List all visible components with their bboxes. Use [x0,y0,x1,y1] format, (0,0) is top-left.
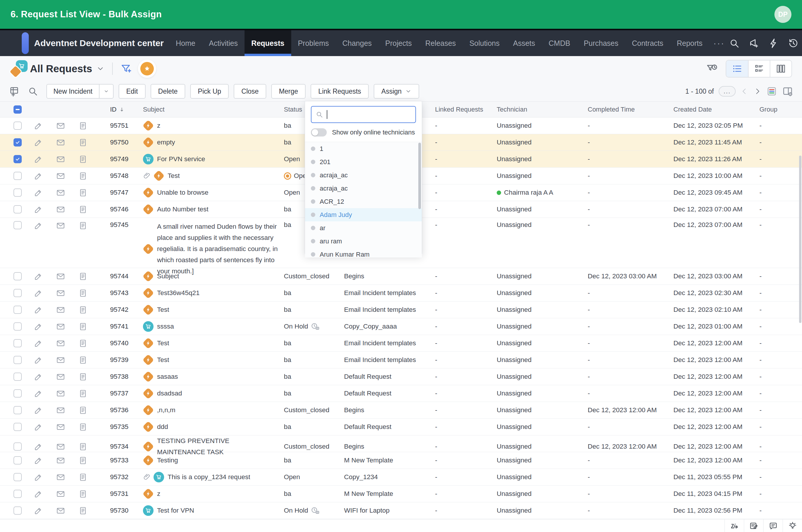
nav-tab-reports[interactable]: Reports [670,30,709,56]
reply-email-icon[interactable] [56,422,65,432]
delete-button[interactable]: Delete [151,84,185,99]
technician-option[interactable]: ar [305,221,422,234]
technician-option[interactable]: Adam Judy [305,208,422,221]
edit-request-icon[interactable] [34,171,43,180]
request-notes-icon[interactable] [78,188,88,197]
edit-request-icon[interactable] [34,138,43,147]
row-checkbox[interactable] [14,322,22,330]
edit-request-icon[interactable] [34,339,43,348]
reply-email-icon[interactable] [56,171,65,180]
request-notes-icon[interactable] [78,456,88,465]
nav-tab-activities[interactable]: Activities [202,30,245,56]
favorite-view-badge[interactable] [138,60,156,78]
row-checkbox[interactable] [14,339,22,347]
page-scrollbar-thumb[interactable] [799,156,801,323]
new-incident-button[interactable]: New Incident [46,84,114,99]
nav-tab-projects[interactable]: Projects [378,30,418,56]
request-notes-icon[interactable] [78,339,88,348]
request-notes-icon[interactable] [78,506,88,515]
technician-option[interactable]: aru ram [305,234,422,248]
column-header-id[interactable]: ID [99,106,143,113]
request-subject-link[interactable]: ,n,n,m [157,404,175,416]
request-subject-link[interactable]: Test36w45q21 [157,287,199,299]
technician-option[interactable]: ACR_12 [305,195,422,208]
reply-email-icon[interactable] [56,356,65,365]
next-page-icon[interactable] [753,87,762,95]
request-subject-link[interactable]: empty [157,137,175,148]
select-all-checkbox[interactable] [14,106,22,114]
scheduled-filter-icon[interactable] [706,62,718,75]
previous-page-icon[interactable] [740,87,749,95]
column-header-completed[interactable]: Completed Time [588,106,673,113]
edit-request-icon[interactable] [34,422,43,432]
request-subject-link[interactable]: ssssa [157,321,174,332]
row-checkbox[interactable] [14,189,22,197]
technician-option[interactable]: Arun Kumar Ram [305,248,422,258]
merge-button[interactable]: Merge [271,84,306,99]
reply-email-icon[interactable] [56,322,65,331]
request-subject-link[interactable]: TESTING PREVENTIVE MAINTENANCE TASK [157,435,279,458]
reply-email-icon[interactable] [56,389,65,398]
view-selector-chevron-icon[interactable] [96,64,104,73]
request-subject-link[interactable]: sasaas [157,371,178,382]
request-notes-icon[interactable] [78,490,88,498]
nav-tab-solutions[interactable]: Solutions [463,30,507,56]
reply-email-icon[interactable] [56,155,65,164]
sort-descending-icon[interactable] [119,107,125,112]
row-checkbox[interactable] [14,272,22,280]
request-subject-link[interactable]: This is a copy_1234 request [168,472,250,483]
request-subject-link[interactable]: dsadsad [157,388,182,399]
nav-tab-home[interactable]: Home [169,30,202,56]
online-technicians-toggle[interactable] [311,128,327,136]
edit-request-icon[interactable] [34,356,43,365]
request-subject-link[interactable]: Testing [157,455,178,466]
list-search-icon[interactable] [27,86,38,97]
list-view-toggle[interactable] [726,60,748,77]
row-checkbox[interactable] [14,172,22,180]
column-settings-icon[interactable] [782,86,793,97]
row-checkbox[interactable] [14,507,22,515]
technician-option[interactable]: acraja_ac [305,169,422,182]
reply-email-icon[interactable] [56,188,65,197]
request-notes-icon[interactable] [78,272,88,281]
nav-tab-releases[interactable]: Releases [419,30,463,56]
reply-email-icon[interactable] [56,272,65,281]
nav-tab-problems[interactable]: Problems [291,30,336,56]
column-view-toggle[interactable] [770,60,791,77]
announcements-icon[interactable] [749,38,760,49]
row-checkbox[interactable] [14,442,22,451]
dropdown-scrollbar-thumb[interactable] [418,143,421,209]
row-checkbox[interactable] [14,423,22,431]
request-notes-icon[interactable] [78,171,88,180]
edit-request-icon[interactable] [34,289,43,298]
row-checkbox[interactable] [14,155,22,163]
row-checkbox[interactable] [14,205,22,213]
reply-email-icon[interactable] [56,490,65,498]
row-checkbox[interactable] [14,138,22,147]
add-filter-icon[interactable] [120,63,132,75]
request-subject-link[interactable]: Test [157,304,169,315]
reply-email-icon[interactable] [56,406,65,415]
technician-option[interactable]: 1 [305,142,422,155]
request-subject-link[interactable]: z [157,488,160,499]
reply-email-icon[interactable] [56,339,65,348]
edit-button[interactable]: Edit [119,84,146,99]
edit-request-icon[interactable] [34,205,43,214]
reply-email-icon[interactable] [56,305,65,315]
nav-tab-assets[interactable]: Assets [507,30,542,56]
reply-email-icon[interactable] [56,372,65,381]
lightbulb-button[interactable] [783,519,802,532]
request-notes-icon[interactable] [78,138,88,147]
request-notes-icon[interactable] [78,473,88,482]
request-subject-link[interactable]: Test [168,170,180,182]
reply-email-icon[interactable] [56,138,65,147]
request-notes-icon[interactable] [78,442,88,451]
assign-search-input[interactable] [311,106,416,123]
row-checkbox[interactable] [14,389,22,398]
nav-more-menu[interactable]: ··· [709,30,729,56]
row-checkbox[interactable] [14,490,22,498]
request-notes-icon[interactable] [78,389,88,398]
row-checkbox[interactable] [14,373,22,381]
request-subject-link[interactable]: ddd [157,421,168,433]
reply-email-icon[interactable] [56,506,65,515]
